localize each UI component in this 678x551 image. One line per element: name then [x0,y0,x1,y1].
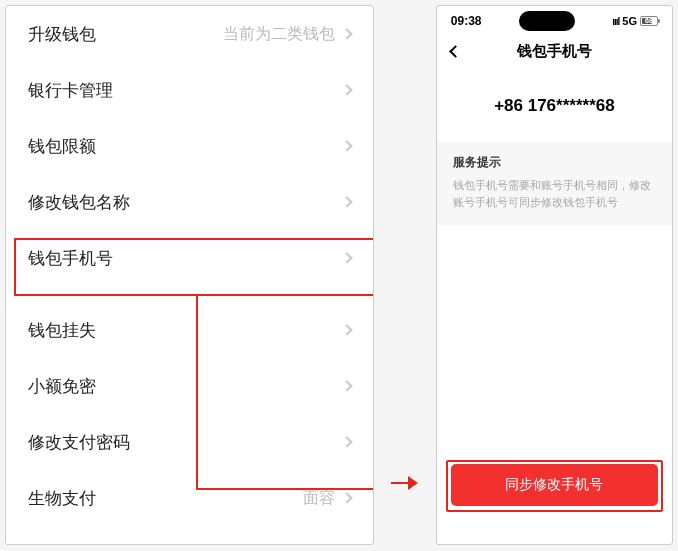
status-icons: ıııl 5G 68 [612,15,658,27]
list-item-wallet-loss[interactable]: 钱包挂失 [6,302,373,358]
sync-change-phone-button[interactable]: 同步修改手机号 [451,464,658,506]
list-item-upgrade-wallet[interactable]: 升级钱包 当前为二类钱包 [6,6,373,62]
nav-title: 钱包手机号 [517,42,592,61]
status-bar: 09:38 ıııl 5G 68 [437,10,672,32]
list-item-label: 小额免密 [28,375,96,398]
battery-icon: 68 [640,16,658,26]
chevron-right-icon [342,380,353,391]
list-item-subvalue: 当前为二类钱包 [223,24,335,45]
status-time: 09:38 [451,14,482,28]
chevron-right-icon [342,492,353,503]
chevron-right-icon [342,140,353,151]
action-button-label: 同步修改手机号 [505,476,603,494]
list-item-biometric-pay[interactable]: 生物支付 面容 [6,470,373,526]
chevron-right-icon [342,28,353,39]
list-item-label: 修改支付密码 [28,431,130,454]
list-item-label: 钱包挂失 [28,319,96,342]
list-item-subvalue: 面容 [303,488,335,509]
service-tip-box: 服务提示 钱包手机号需要和账号手机号相同，修改账号手机号可同步修改钱包手机号 [437,142,672,225]
network-label: 5G [622,15,637,27]
list-item-small-no-password[interactable]: 小额免密 [6,358,373,414]
settings-screen: 升级钱包 当前为二类钱包 银行卡管理 钱包限额 修改钱包名称 钱包手机号 钱包挂… [5,5,374,545]
tip-body: 钱包手机号需要和账号手机号相同，修改账号手机号可同步修改钱包手机号 [453,177,656,211]
list-item-label: 银行卡管理 [28,79,113,102]
list-item-bankcard-manage[interactable]: 银行卡管理 [6,62,373,118]
list-item-label: 修改钱包名称 [28,191,130,214]
chevron-right-icon [342,324,353,335]
list-item-label: 钱包限额 [28,135,96,158]
nav-bar: 钱包手机号 [437,32,672,70]
device-notch [519,11,575,31]
chevron-right-icon [342,84,353,95]
chevron-right-icon [342,252,353,263]
list-item-label: 升级钱包 [28,23,96,46]
annotation-arrow [394,476,415,490]
chevron-right-icon [342,436,353,447]
masked-phone-number: +86 176******68 [437,96,672,116]
back-icon[interactable] [449,45,462,58]
list-item-wallet-limit[interactable]: 钱包限额 [6,118,373,174]
list-item-rename-wallet[interactable]: 修改钱包名称 [6,174,373,230]
list-item-label: 生物支付 [28,487,96,510]
tip-title: 服务提示 [453,154,656,171]
signal-icon: ıııl [612,16,619,27]
battery-text: 68 [641,16,657,26]
list-item-label: 钱包手机号 [28,247,113,270]
chevron-right-icon [342,196,353,207]
wallet-phone-screen: 09:38 ıııl 5G 68 钱包手机号 +86 176******68 服… [436,5,673,545]
list-item-change-pay-password[interactable]: 修改支付密码 [6,414,373,470]
list-item-wallet-phone[interactable]: 钱包手机号 [6,230,373,286]
